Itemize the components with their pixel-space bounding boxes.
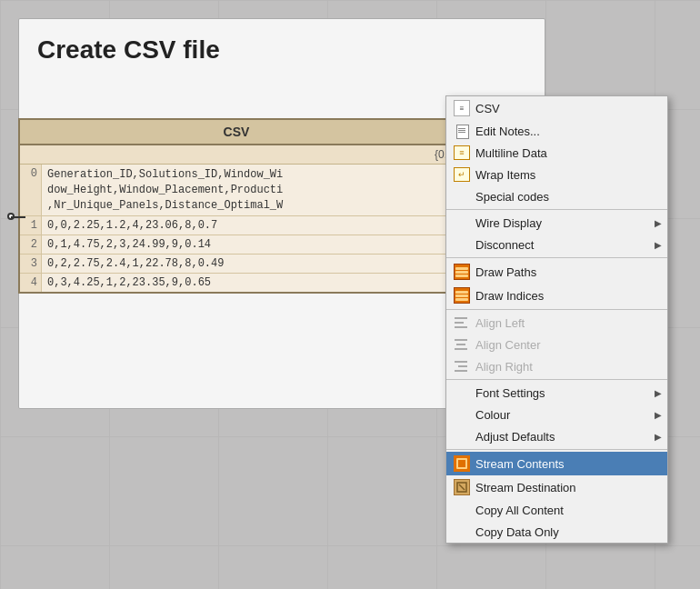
menu-label-align-left: Align Left bbox=[475, 316, 660, 330]
row-number: 3 bbox=[20, 255, 42, 273]
menu-item-draw-paths[interactable]: Draw Paths bbox=[446, 260, 667, 284]
submenu-arrow: ▶ bbox=[655, 410, 662, 420]
film-icon bbox=[452, 287, 472, 304]
menu-label-wrap-items: Wrap Items bbox=[475, 168, 660, 182]
menu-item-adjust-defaults[interactable]: Adjust Defaults ▶ bbox=[446, 425, 667, 447]
table-row: 0 Generation_ID,Solutions_ID,Window_Wido… bbox=[20, 165, 453, 216]
menu-item-special-codes[interactable]: Special codes bbox=[446, 185, 667, 207]
menu-item-align-right: Align Right bbox=[446, 355, 667, 377]
menu-item-csv[interactable]: ≡ CSV bbox=[446, 96, 667, 120]
menu-label-copy-all-content: Copy All Content bbox=[475, 504, 660, 517]
menu-item-stream-destination[interactable]: Stream Destination bbox=[446, 475, 667, 499]
row-content: 0,1,4.75,2,3,24.99,9,0.14 bbox=[42, 235, 216, 254]
menu-item-multiline-data[interactable]: ≡ Multiline Data bbox=[446, 142, 667, 164]
menu-label-align-center: Align Center bbox=[475, 338, 660, 352]
stream-icon bbox=[452, 455, 472, 472]
submenu-arrow: ▶ bbox=[655, 388, 662, 398]
table-row: 2 0,1,4.75,2,3,24.99,9,0.14 bbox=[20, 235, 453, 255]
submenu-arrow: ▶ bbox=[655, 218, 662, 228]
menu-label-draw-paths: Draw Paths bbox=[475, 265, 660, 279]
menu-item-edit-notes[interactable]: Edit Notes... bbox=[446, 120, 667, 142]
row-number: 4 bbox=[20, 274, 42, 292]
table-row: 1 0,0,2.25,1.2,4,23.06,8,0.7 bbox=[20, 216, 453, 235]
row-content: 0,0,2.25,1.2,4,23.06,8,0.7 bbox=[42, 216, 223, 235]
stream-dest-icon bbox=[452, 479, 472, 495]
align-right-icon bbox=[452, 360, 472, 373]
menu-label-disconnect: Disconnect bbox=[475, 238, 660, 252]
connector-line bbox=[11, 216, 25, 218]
menu-label-copy-data-only: Copy Data Only bbox=[475, 525, 660, 539]
menu-label-draw-indices: Draw Indices bbox=[475, 289, 660, 303]
menu-item-wire-display[interactable]: Wire Display ▶ bbox=[446, 212, 667, 234]
csv-sub-header: {0, bbox=[20, 145, 453, 165]
menu-item-copy-data-only[interactable]: Copy Data Only bbox=[446, 521, 667, 543]
menu-label-special-codes: Special codes bbox=[475, 190, 660, 204]
menu-item-wrap-items[interactable]: ↵ Wrap Items bbox=[446, 164, 667, 185]
submenu-arrow: ▶ bbox=[655, 432, 662, 442]
menu-label-align-right: Align Right bbox=[475, 360, 660, 374]
multiline-icon: ≡ bbox=[452, 145, 472, 160]
csv-table-header: CSV bbox=[20, 120, 453, 145]
menu-item-draw-indices[interactable]: Draw Indices bbox=[446, 284, 667, 307]
menu-item-align-left: Align Left bbox=[446, 312, 667, 334]
svg-line-1 bbox=[459, 484, 465, 490]
stream-dest-svg bbox=[456, 482, 467, 493]
menu-label-font-settings: Font Settings bbox=[475, 386, 660, 400]
film-icon bbox=[452, 264, 472, 280]
menu-divider bbox=[446, 449, 667, 450]
menu-label-adjust-defaults: Adjust Defaults bbox=[475, 430, 660, 444]
menu-divider bbox=[446, 257, 667, 258]
align-center-icon bbox=[452, 338, 472, 351]
menu-item-align-center: Align Center bbox=[446, 334, 667, 355]
row-content: 0,3,4.25,1,2,23.35,9,0.65 bbox=[42, 274, 216, 292]
context-menu: ≡ CSV Edit Notes... ≡ Multiline Data ↵ W… bbox=[445, 95, 668, 544]
menu-label-stream-destination: Stream Destination bbox=[475, 481, 660, 494]
menu-divider bbox=[446, 209, 667, 210]
wrap-icon: ↵ bbox=[452, 167, 472, 182]
row-number: 2 bbox=[20, 235, 42, 254]
row-number: 1 bbox=[20, 216, 42, 235]
menu-item-colour[interactable]: Colour ▶ bbox=[446, 404, 667, 425]
menu-divider bbox=[446, 309, 667, 310]
menu-item-disconnect[interactable]: Disconnect ▶ bbox=[446, 234, 667, 255]
menu-item-stream-contents[interactable]: Stream Contents bbox=[446, 452, 667, 475]
menu-label-edit-notes: Edit Notes... bbox=[475, 125, 660, 138]
align-left-icon bbox=[452, 316, 472, 329]
menu-divider bbox=[446, 379, 667, 380]
note-icon bbox=[452, 124, 472, 138]
csv-table: CSV {0, 0 Generation_ID,Solutions_ID,Win… bbox=[18, 118, 455, 294]
page-title: Create CSV file bbox=[19, 19, 545, 75]
submenu-arrow: ▶ bbox=[655, 240, 662, 250]
menu-item-copy-all-content[interactable]: Copy All Content bbox=[446, 499, 667, 521]
menu-label-wire-display: Wire Display bbox=[475, 216, 660, 230]
menu-label-colour: Colour bbox=[475, 408, 660, 422]
menu-item-font-settings[interactable]: Font Settings ▶ bbox=[446, 382, 667, 404]
row-number: 0 bbox=[20, 165, 42, 215]
menu-label-csv: CSV bbox=[475, 102, 660, 115]
csv-icon: ≡ bbox=[452, 100, 472, 116]
row-content: Generation_ID,Solutions_ID,Window_Widow_… bbox=[42, 165, 288, 215]
menu-label-stream-contents: Stream Contents bbox=[475, 457, 660, 471]
row-content: 0,2,2.75,2.4,1,22.78,8,0.49 bbox=[42, 255, 229, 273]
menu-label-multiline-data: Multiline Data bbox=[475, 146, 660, 160]
table-row: 3 0,2,2.75,2.4,1,22.78,8,0.49 bbox=[20, 255, 453, 274]
table-row: 4 0,3,4.25,1,2,23.35,9,0.65 bbox=[20, 274, 453, 292]
